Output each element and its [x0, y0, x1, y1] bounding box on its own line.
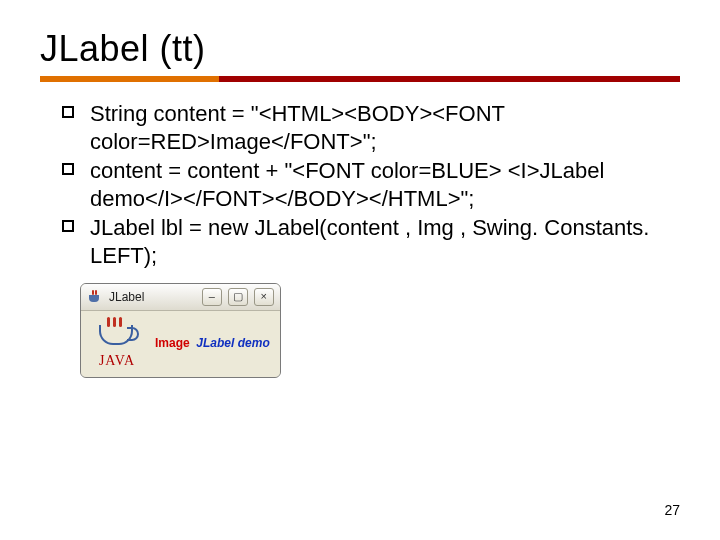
window-titlebar: JLabel – ▢ ×	[81, 284, 280, 311]
window-title-text: JLabel	[109, 290, 144, 304]
maximize-button[interactable]: ▢	[228, 288, 248, 306]
title-underline	[40, 76, 680, 82]
embedded-window: JLabel – ▢ × JAVA Image JLabel demo	[80, 283, 281, 378]
slide-title: JLabel (tt)	[40, 28, 680, 70]
underline-orange	[40, 76, 219, 82]
minimize-button[interactable]: –	[202, 288, 222, 306]
bullet-item: content = content + "<FONT color=BLUE> <…	[62, 157, 680, 212]
bullet-list: String content = "<HTML><BODY><FONT colo…	[62, 100, 680, 269]
page-number: 27	[664, 502, 680, 518]
jlabel-red-part: Image	[155, 336, 190, 350]
java-cup-handle-icon	[127, 327, 139, 341]
slide: JLabel (tt) String content = "<HTML><BOD…	[0, 0, 720, 540]
java-logo-icon: JAVA	[87, 317, 147, 369]
bullet-item: String content = "<HTML><BODY><FONT colo…	[62, 100, 680, 155]
close-button[interactable]: ×	[254, 288, 274, 306]
java-wordmark: JAVA	[87, 353, 147, 369]
bullet-item: JLabel lbl = new JLabel(content , Img , …	[62, 214, 680, 269]
java-cup-icon	[87, 289, 103, 305]
jlabel-rendered-text: Image JLabel demo	[155, 336, 270, 350]
jlabel-blue-part: JLabel demo	[196, 336, 269, 350]
window-client-area: JAVA Image JLabel demo	[81, 311, 280, 377]
